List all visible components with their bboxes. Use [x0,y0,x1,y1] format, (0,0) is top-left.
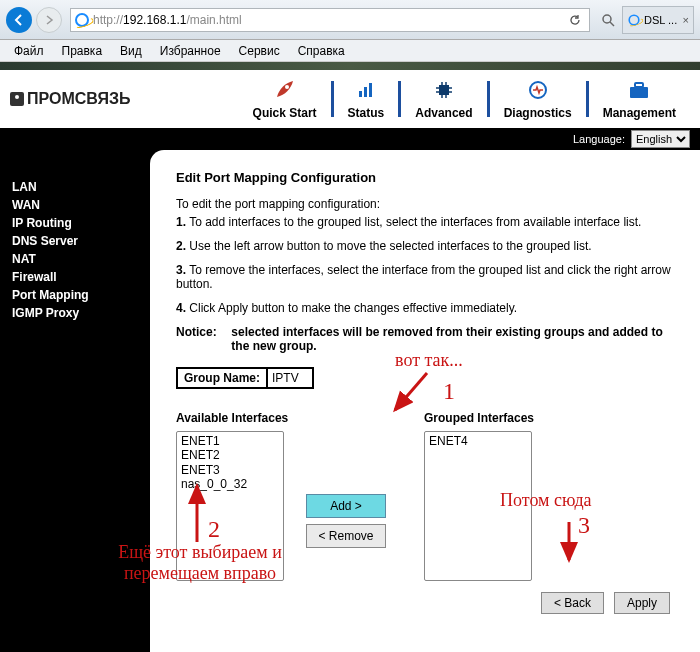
nav-advanced[interactable]: Advanced [401,78,486,120]
menu-help[interactable]: Справка [290,42,353,60]
language-select[interactable]: English [631,130,690,148]
step-1: 1. To add interfaces to the grouped list… [176,215,674,229]
logo: ПРОМСВЯЗЬ [10,90,130,108]
svg-rect-17 [635,83,643,87]
list-item: ENET2 [179,448,281,462]
step-2: 2. Use the left arrow button to move the… [176,239,674,253]
ie-icon [75,13,89,27]
tab-title: DSL ... [644,14,677,26]
back-button[interactable]: < Back [541,592,604,614]
url-text: http://192.168.1.1/main.html [93,13,242,27]
step-4: 4. Click Apply button to make the change… [176,301,674,315]
apply-button[interactable]: Apply [614,592,670,614]
sidebar-item-nat[interactable]: NAT [12,250,138,268]
list-item: nas_0_0_32 [179,477,281,491]
nav-status[interactable]: Status [334,78,399,120]
ie-icon [628,14,639,25]
group-name-row: Group Name: [176,367,314,389]
sidebar-item-wan[interactable]: WAN [12,196,138,214]
sidebar-item-dns[interactable]: DNS Server [12,232,138,250]
svg-rect-16 [630,87,648,98]
refresh-icon[interactable] [565,10,585,30]
browser-menu-bar: Файл Правка Вид Избранное Сервис Справка [0,40,700,62]
annotation-1: вот так... 1 [395,350,463,371]
svg-rect-3 [359,91,362,97]
logo-text: ПРОМСВЯЗЬ [27,90,130,108]
sidebar: LAN WAN IP Routing DNS Server NAT Firewa… [0,150,150,652]
address-bar[interactable]: http://192.168.1.1/main.html [70,8,590,32]
menu-view[interactable]: Вид [112,42,150,60]
add-button[interactable]: Add > [306,494,386,518]
list-item: ENET4 [427,434,529,448]
svg-point-2 [285,85,289,89]
grouped-title: Grouped Interfaces [424,411,544,425]
menu-tools[interactable]: Сервис [231,42,288,60]
page-title: Edit Port Mapping Configuration [176,170,674,185]
diagnostics-icon [524,78,552,102]
group-name-input[interactable] [268,369,312,387]
sidebar-item-igmp[interactable]: IGMP Proxy [12,304,138,322]
svg-rect-6 [439,85,449,95]
intro-text: To edit the port mapping configuration: [176,197,674,211]
sidebar-item-portmapping[interactable]: Port Mapping [12,286,138,304]
notice: Notice: selected interfaces will be remo… [176,325,674,353]
browser-back-button[interactable] [6,7,32,33]
nav-management[interactable]: Management [589,78,690,120]
remove-button[interactable]: < Remove [306,524,386,548]
menu-file[interactable]: Файл [6,42,52,60]
sidebar-item-lan[interactable]: LAN [12,178,138,196]
grouped-interfaces-list[interactable]: ENET4 [424,431,532,581]
status-icon [352,78,380,102]
svg-rect-5 [369,83,372,97]
search-icon[interactable] [598,10,618,30]
toolbox-icon [625,78,653,102]
svg-rect-4 [364,87,367,97]
available-interfaces-list[interactable]: ENET1 ENET2 ENET3 nas_0_0_32 [176,431,284,581]
sidebar-item-iprouting[interactable]: IP Routing [12,214,138,232]
sidebar-item-firewall[interactable]: Firewall [12,268,138,286]
svg-line-1 [610,22,614,26]
group-name-label: Group Name: [178,369,268,387]
rocket-icon [271,78,299,102]
nav-quickstart[interactable]: Quick Start [239,78,331,120]
nav-diagnostics[interactable]: Diagnostics [490,78,586,120]
language-label: Language: [573,133,625,145]
close-tab-icon[interactable]: × [683,14,689,26]
chip-icon [430,78,458,102]
banner-image [0,62,700,70]
available-title: Available Interfaces [176,411,296,425]
svg-line-18 [395,373,427,410]
browser-forward-button[interactable] [36,7,62,33]
menu-edit[interactable]: Правка [54,42,111,60]
step-3: 3. To remove the interfaces, select the … [176,263,674,291]
browser-tab[interactable]: DSL ... × [622,6,694,34]
list-item: ENET3 [179,463,281,477]
menu-favorites[interactable]: Избранное [152,42,229,60]
list-item: ENET1 [179,434,281,448]
svg-point-0 [603,15,611,23]
logo-icon [10,92,24,106]
